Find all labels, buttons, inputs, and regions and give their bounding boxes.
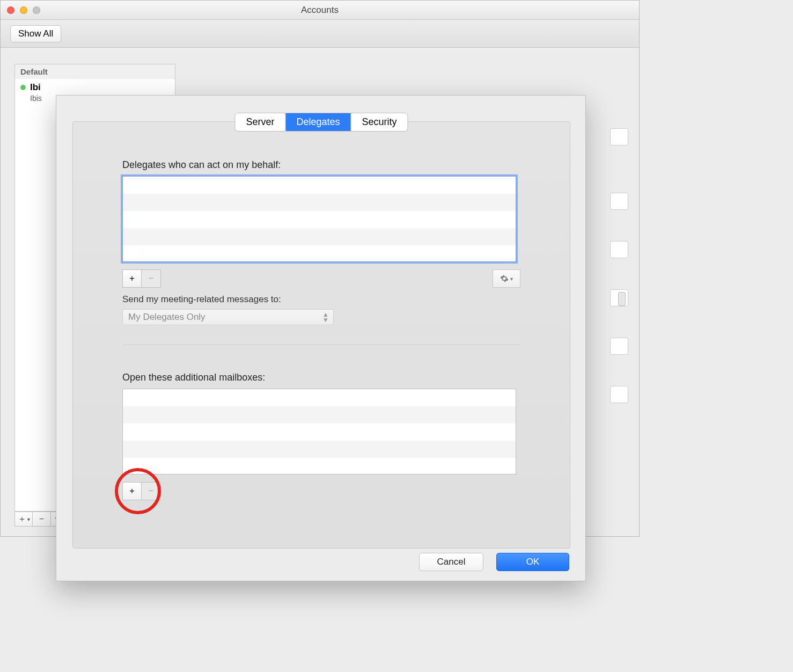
updown-arrows-icon: ▲▼: [322, 312, 329, 323]
background-stepper: [610, 289, 628, 306]
ok-button[interactable]: OK: [496, 553, 569, 571]
accounts-window: Accounts Show All Default Ibi Ibis ＋ ▾ −…: [0, 0, 640, 537]
accounts-add-button[interactable]: ＋ ▾: [14, 512, 33, 527]
list-row: [123, 458, 516, 475]
mailboxes-add-button[interactable]: +: [122, 482, 142, 500]
list-row: [123, 441, 516, 458]
send-messages-popup[interactable]: My Delegates Only ▲▼: [122, 309, 334, 325]
accounts-sidebar-header: Default: [15, 64, 175, 79]
gear-icon: [500, 274, 509, 283]
window-title: Accounts: [1, 5, 639, 16]
list-row: [123, 245, 516, 262]
delegates-remove-button[interactable]: −: [142, 269, 161, 288]
account-name: Ibi: [30, 82, 170, 93]
tab-security[interactable]: Security: [351, 113, 408, 131]
minus-icon: −: [149, 273, 154, 284]
background-field: [610, 193, 628, 210]
list-row: [123, 228, 516, 245]
status-online-icon: [20, 85, 26, 90]
list-row: [123, 423, 516, 441]
list-row: [123, 194, 516, 211]
chevron-down-icon: ▾: [510, 276, 513, 282]
delegates-controls: + − ▾: [122, 269, 520, 288]
accounts-remove-button[interactable]: −: [33, 512, 51, 527]
delegates-add-button[interactable]: +: [122, 269, 142, 288]
list-row: [123, 406, 516, 423]
list-row: [123, 211, 516, 228]
sheet-content: Server Delegates Security Delegates who …: [72, 121, 570, 549]
minus-icon: −: [149, 486, 154, 496]
window-body: Default Ibi Ibis ＋ ▾ − ▾: [1, 48, 639, 537]
background-field: [610, 241, 628, 258]
advanced-sheet: Server Delegates Security Delegates who …: [56, 95, 586, 581]
section-divider: [122, 345, 520, 345]
titlebar: Accounts: [1, 1, 639, 20]
background-field: [610, 128, 628, 145]
toolbar: Show All: [1, 20, 639, 48]
background-fields: [610, 128, 628, 403]
show-all-button[interactable]: Show All: [10, 25, 61, 42]
mailboxes-remove-button[interactable]: −: [142, 482, 161, 500]
background-field: [610, 386, 628, 403]
plus-icon: +: [129, 273, 135, 284]
delegates-listbox[interactable]: [122, 176, 516, 262]
sheet-tabs: Server Delegates Security: [235, 113, 407, 131]
minus-icon: −: [39, 514, 44, 524]
background-field: [610, 338, 628, 355]
list-row: [123, 389, 516, 406]
tab-server[interactable]: Server: [235, 113, 285, 131]
mailboxes-controls: + −: [122, 482, 520, 500]
list-row: [123, 177, 516, 194]
tab-delegates[interactable]: Delegates: [285, 113, 351, 131]
plus-icon: ＋: [18, 514, 26, 525]
mailboxes-section-label: Open these additional mailboxes:: [122, 372, 520, 383]
delegates-section-label: Delegates who can act on my behalf:: [122, 159, 520, 171]
send-messages-label: Send my meeting-related messages to:: [122, 294, 520, 305]
mailboxes-listbox[interactable]: [122, 389, 516, 474]
sheet-footer: Cancel OK: [419, 553, 569, 571]
delegates-settings-button[interactable]: ▾: [493, 269, 520, 288]
plus-icon: +: [129, 486, 135, 496]
cancel-button[interactable]: Cancel: [419, 553, 483, 571]
popup-selected-value: My Delegates Only: [128, 312, 205, 323]
chevron-down-icon: ▾: [27, 516, 30, 522]
